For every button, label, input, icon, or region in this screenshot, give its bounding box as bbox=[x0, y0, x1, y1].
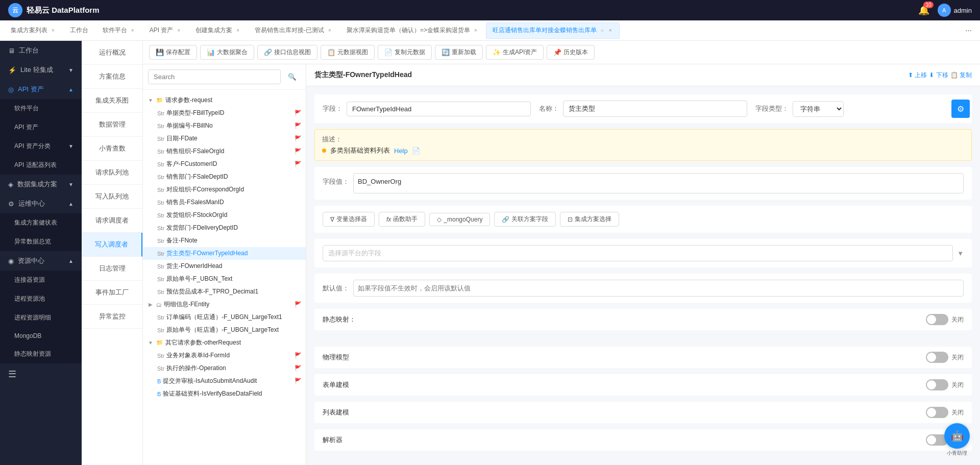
physical-model-toggle[interactable] bbox=[926, 352, 948, 363]
tab-software[interactable]: 软件平台 × bbox=[96, 22, 142, 39]
tab-api[interactable]: API 资产 × bbox=[143, 22, 188, 39]
tree-node-formid[interactable]: Str 业务对象表单Id-FormId 🚩 bbox=[143, 349, 306, 362]
second-sidebar-write-scheduler[interactable]: 写入调度者 bbox=[82, 233, 142, 257]
tree-node-deliverydept[interactable]: Str 发货部门-FDeliveryDeptID bbox=[143, 222, 306, 234]
sidebar-item-api-category[interactable]: API 资产分类 ▼ bbox=[0, 137, 82, 156]
sidebar-item-anomaly[interactable]: 异常数据总览 bbox=[0, 232, 82, 251]
copy-button[interactable]: 📋 复制 bbox=[950, 71, 972, 80]
sidebar-item-api-adapter[interactable]: API 适配器列表 bbox=[0, 156, 82, 175]
second-sidebar-overview[interactable]: 运行概况 bbox=[82, 41, 142, 65]
scheme-select-button[interactable]: ⊡ 集成方案选择 bbox=[560, 212, 619, 227]
search-button[interactable]: 🔍 bbox=[284, 70, 301, 84]
second-sidebar-event-factory[interactable]: 事件加工厂 bbox=[82, 281, 142, 305]
notification-button[interactable]: 🔔 10 bbox=[918, 5, 929, 16]
move-up-button[interactable]: ⬆ 上移 bbox=[908, 71, 927, 80]
sidebar-item-api[interactable]: API 资产 bbox=[0, 118, 82, 137]
source-field-select[interactable]: 选择源平台的字段 bbox=[323, 245, 953, 261]
tree-node-request[interactable]: ▼ 📁 请求参数-request bbox=[143, 94, 306, 107]
second-sidebar-request-queue[interactable]: 请求队列池 bbox=[82, 161, 142, 185]
tree-node-note[interactable]: Str 备注-FNote bbox=[143, 234, 306, 247]
tree-node-origno[interactable]: Str 原始单号-F_UBGN_Text bbox=[143, 273, 306, 285]
tree-node-date[interactable]: Str 日期-FDate 🚩 bbox=[143, 132, 306, 145]
sidebar-item-api-asset[interactable]: ◎ API 资产 ▲ bbox=[0, 80, 82, 99]
tab-close-icon[interactable]: × bbox=[176, 27, 181, 34]
save-config-button[interactable]: 💾 保存配置 bbox=[149, 45, 197, 60]
generate-api-button[interactable]: ✨ 生成API资产 bbox=[486, 45, 544, 60]
form-model-toggle[interactable] bbox=[926, 379, 948, 390]
second-sidebar-request-scheduler[interactable]: 请求调度者 bbox=[82, 209, 142, 233]
related-field-button[interactable]: 🔗 关联方案字段 bbox=[494, 212, 556, 227]
tree-node-autosubmit[interactable]: B 提交并审核-IsAutoSubmitAndAudit 🚩 bbox=[143, 375, 306, 387]
sidebar-item-static-map[interactable]: 静态映射资源 bbox=[0, 345, 82, 363]
tab-close-icon[interactable]: × bbox=[473, 27, 478, 34]
metadata-view-button[interactable]: 📋 元数据视图 bbox=[321, 45, 375, 60]
tree-node-salesman[interactable]: Str 销售员-FSalesManID bbox=[143, 196, 306, 209]
move-down-button[interactable]: ⬇ 下移 bbox=[929, 71, 948, 80]
mongo-query-button[interactable]: ◇ _mongoQuery bbox=[429, 213, 490, 226]
tree-node-saleorg[interactable]: Str 销售组织-FSaleOrgId 🚩 bbox=[143, 145, 306, 158]
tree-node-ownertype[interactable]: Str 货主类型-FOwnerTypeIdHead bbox=[143, 247, 306, 260]
tab-close-icon[interactable]: × bbox=[51, 27, 56, 34]
assistant-button[interactable]: 🤖 小青助理 bbox=[944, 423, 970, 457]
tree-node-correspond[interactable]: Str 对应组织-FCorrespondOrgId bbox=[143, 183, 306, 196]
copy-metadata-button[interactable]: 📄 复制元数据 bbox=[378, 45, 432, 60]
tab-close-x-icon[interactable]: × bbox=[608, 27, 613, 34]
sidebar-item-mongodb[interactable]: MongoDB bbox=[0, 327, 82, 345]
type-select[interactable]: 字符串 整数 布尔 bbox=[793, 101, 844, 117]
sidebar-item-lite[interactable]: ⚡ Lite 轻集成 ▼ bbox=[0, 60, 82, 80]
tree-node-customer[interactable]: Str 客户-FCustomerID 🚩 bbox=[143, 158, 306, 170]
tab-close-icon[interactable]: × bbox=[130, 27, 135, 34]
tab-integration-list[interactable]: 集成方案列表 × bbox=[4, 22, 62, 39]
function-helper-button[interactable]: fx 函数助手 bbox=[379, 212, 425, 227]
second-sidebar-scheme-info[interactable]: 方案信息 bbox=[82, 65, 142, 89]
interface-view-button[interactable]: 🔗 接口信息视图 bbox=[257, 45, 317, 60]
tab-jushuitan[interactable]: 聚水潭采购退货单（确认）=>金蝶采购退货单 × bbox=[340, 22, 485, 39]
tree-node-verify[interactable]: B 验证基础资料-IsVerifyBaseDataField bbox=[143, 387, 306, 400]
variable-selector-button[interactable]: ∇ 变量选择器 bbox=[323, 212, 375, 227]
second-sidebar-anomaly-monitor[interactable]: 异常监控 bbox=[82, 305, 142, 329]
tree-node-saledept[interactable]: Str 销售部门-FSaleDeptID bbox=[143, 170, 306, 183]
second-sidebar-relation-graph[interactable]: 集成关系图 bbox=[82, 89, 142, 113]
sidebar-item-process-pool[interactable]: 进程资源池 bbox=[0, 289, 82, 308]
sidebar-item-connector[interactable]: 连接器资源 bbox=[0, 271, 82, 289]
second-sidebar-data-mgmt[interactable]: 数据管理 bbox=[82, 113, 142, 137]
sidebar-item-resources[interactable]: ◉ 资源中心 ▲ bbox=[0, 251, 82, 271]
second-sidebar-write-queue[interactable]: 写入队列池 bbox=[82, 185, 142, 209]
tab-wangdian[interactable]: 旺店通销售出库单对接金蝶销售出库单 ○ × bbox=[486, 22, 620, 39]
sidebar-item-software[interactable]: 软件平台 bbox=[0, 99, 82, 118]
sidebar-item-ops[interactable]: ⚙ 运维中心 ▲ bbox=[0, 194, 82, 213]
help-link[interactable]: Help bbox=[394, 147, 408, 155]
tree-node-ownerid[interactable]: Str 货主-FOwnerIdHead bbox=[143, 260, 306, 273]
tree-node-operation[interactable]: Str 执行的操作-Operation 🚩 bbox=[143, 362, 306, 375]
tab-workbench[interactable]: 工作台 bbox=[63, 22, 95, 39]
user-menu[interactable]: A admin bbox=[938, 4, 972, 17]
tree-node-entity[interactable]: ▶ 🗂 明细信息-FEntity 🚩 bbox=[143, 298, 306, 311]
sidebar-item-workbench[interactable]: 🖥 工作台 bbox=[0, 41, 82, 60]
tree-node-origno2[interactable]: Str 原始单号（旺店通）-F_UBGN_LargeText bbox=[143, 324, 306, 336]
tab-guanyi[interactable]: 管易销售出库对接-已测试 × bbox=[248, 22, 339, 39]
tree-node-other[interactable]: ▼ 📁 其它请求参数-otherRequest bbox=[143, 336, 306, 349]
history-button[interactable]: 📌 历史版本 bbox=[547, 45, 595, 60]
big-data-button[interactable]: 📊 大数据聚合 bbox=[200, 45, 254, 60]
detail-settings-button[interactable]: ⚙ bbox=[951, 100, 970, 118]
tab-close-icon[interactable]: ○ bbox=[600, 27, 605, 34]
tree-node-cost[interactable]: Str 预估货品成本-F_TPRO_Decimal1 bbox=[143, 285, 306, 298]
tree-node-billno[interactable]: Str 单据编号-FBillNo 🚩 bbox=[143, 119, 306, 132]
static-mapping-toggle[interactable] bbox=[926, 314, 948, 325]
sidebar-item-health[interactable]: 集成方案健状表 bbox=[0, 213, 82, 232]
tree-node-billtype[interactable]: Str 单据类型-FBillTypeID 🚩 bbox=[143, 107, 306, 119]
list-model-toggle[interactable] bbox=[926, 407, 948, 418]
sidebar-item-process-detail[interactable]: 进程资源明细 bbox=[0, 308, 82, 327]
reload-button[interactable]: 🔄 重新加载 bbox=[435, 45, 483, 60]
tree-node-stockorg[interactable]: Str 发货组织-FStockOrgId bbox=[143, 209, 306, 222]
tree-node-ordercode[interactable]: Str 订单编码（旺店通）-F_UBGN_LargeText1 bbox=[143, 311, 306, 324]
second-sidebar-query[interactable]: 小青查数 bbox=[82, 137, 142, 161]
sidebar-item-data-integration[interactable]: ◈ 数据集成方案 ▼ bbox=[0, 175, 82, 194]
default-value-input[interactable] bbox=[353, 280, 964, 297]
tab-close-icon[interactable]: × bbox=[235, 27, 240, 34]
tab-more-button[interactable]: ⋯ bbox=[961, 27, 976, 34]
search-input[interactable] bbox=[148, 69, 281, 84]
sidebar-collapse-button[interactable]: ☰ bbox=[0, 363, 82, 385]
second-sidebar-log[interactable]: 日志管理 bbox=[82, 257, 142, 281]
tab-create[interactable]: 创建集成方案 × bbox=[189, 22, 247, 39]
